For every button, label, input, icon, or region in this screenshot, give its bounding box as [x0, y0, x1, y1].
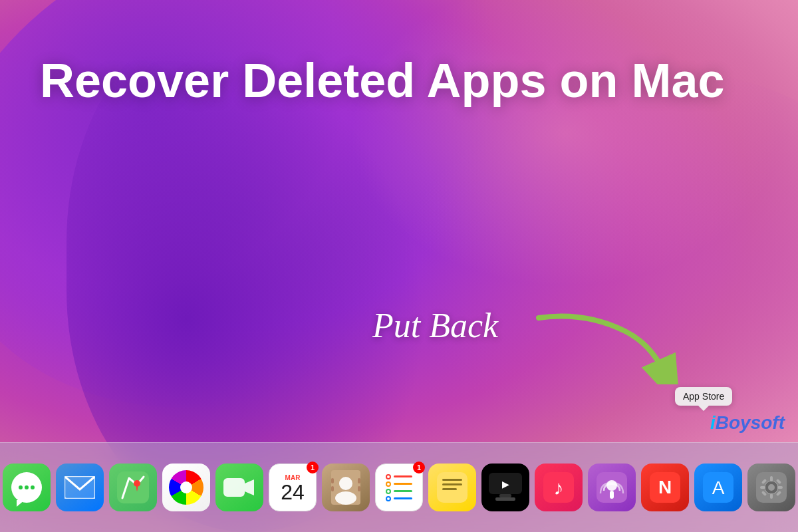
- svg-rect-18: [499, 494, 511, 497]
- dock-icon-app-store[interactable]: A: [694, 464, 742, 511]
- svg-text:♪: ♪: [554, 477, 564, 499]
- dock-icon-maps[interactable]: [109, 464, 157, 511]
- iboysoft-logo: iBoysoft: [710, 412, 785, 434]
- logo-rest: Boysoft: [716, 412, 785, 433]
- svg-rect-36: [777, 486, 783, 489]
- svg-rect-35: [760, 486, 765, 489]
- calendar-day: 24: [281, 481, 305, 503]
- dock-icon-photos[interactable]: [162, 464, 210, 511]
- svg-point-8: [335, 491, 356, 505]
- svg-rect-5: [223, 478, 245, 497]
- dock-icon-facetime[interactable]: [215, 464, 263, 511]
- svg-rect-13: [437, 472, 467, 503]
- reminders-badge: 1: [413, 462, 425, 473]
- svg-text:A: A: [712, 477, 725, 498]
- calendar-badge: 1: [307, 462, 319, 473]
- dock-icon-system-preferences[interactable]: [747, 464, 795, 511]
- svg-rect-9: [331, 478, 334, 483]
- svg-point-7: [339, 477, 352, 490]
- dock-icon-apple-tv[interactable]: ▶: [481, 464, 529, 511]
- svg-rect-15: [442, 483, 462, 485]
- dock-icon-messages[interactable]: [3, 464, 51, 511]
- dock-icon-calendar[interactable]: MAR 24 1: [269, 464, 317, 511]
- svg-rect-25: [610, 491, 614, 499]
- dock: MAR 24 1: [0, 442, 798, 532]
- svg-rect-19: [495, 497, 515, 501]
- dock-icon-contacts[interactable]: [322, 464, 370, 511]
- svg-rect-11: [358, 478, 360, 483]
- dock-icon-podcasts[interactable]: [588, 464, 636, 511]
- svg-rect-16: [442, 488, 457, 490]
- svg-rect-33: [770, 476, 773, 481]
- svg-rect-10: [331, 486, 334, 491]
- dock-icon-music[interactable]: ♪: [535, 464, 583, 511]
- svg-text:▶: ▶: [502, 479, 509, 489]
- logo-i: i: [710, 412, 716, 433]
- svg-rect-34: [770, 493, 773, 499]
- main-title: Recover Deleted Apps on Mac: [40, 53, 725, 108]
- arrow-icon: [532, 305, 678, 387]
- put-back-label: Put Back: [372, 306, 498, 345]
- svg-rect-12: [358, 486, 360, 491]
- svg-text:N: N: [658, 477, 672, 497]
- dock-icon-news[interactable]: N: [641, 464, 689, 511]
- svg-rect-14: [442, 479, 462, 481]
- dock-icon-mail[interactable]: [56, 464, 104, 511]
- app-store-tooltip: App Store: [675, 387, 732, 406]
- svg-point-32: [768, 484, 775, 491]
- dock-icon-reminders[interactable]: 1: [375, 464, 423, 511]
- dock-icon-notes[interactable]: [428, 464, 476, 511]
